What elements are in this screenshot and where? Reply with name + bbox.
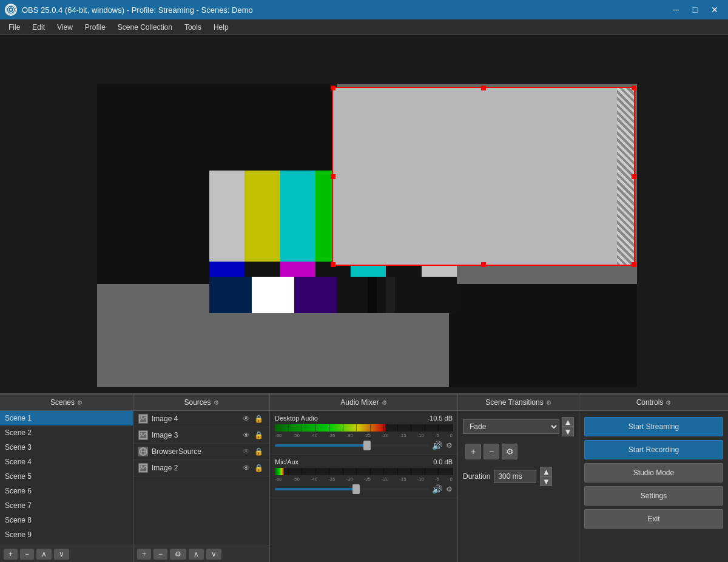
maximize-button[interactable]: □: [687, 4, 704, 16]
handle-mr[interactable]: [632, 174, 636, 179]
sources-remove-button[interactable]: −: [153, 549, 167, 560]
audio-mic-fader[interactable]: [275, 488, 428, 490]
audio-desktop-name: Desktop Audio: [275, 415, 318, 422]
source-eye-image3[interactable]: 👁: [241, 431, 251, 439]
exit-button[interactable]: Exit: [584, 509, 723, 529]
transition-add-button[interactable]: +: [465, 444, 481, 459]
audio-mic-mute-button[interactable]: 🔊: [432, 484, 442, 494]
scenes-add-button[interactable]: +: [4, 549, 18, 560]
transitions-dock-icon[interactable]: ⚙: [546, 399, 551, 406]
menu-edit[interactable]: Edit: [26, 21, 51, 33]
sources-dock-icon[interactable]: ⚙: [214, 399, 219, 406]
source-item-image4[interactable]: Image 4 👁 🔒: [133, 411, 269, 427]
scenes-remove-button[interactable]: −: [20, 549, 34, 560]
fader-fill: [275, 444, 370, 447]
title-bar-controls: ─ □ ✕: [667, 4, 723, 16]
settings-button[interactable]: Settings: [584, 486, 723, 506]
audio-dock-icon[interactable]: ⚙: [382, 399, 387, 406]
mic-fader-thumb[interactable]: [352, 484, 360, 494]
scenes-toolbar: + − ∧ ∨: [0, 546, 133, 562]
bar-cyan: [280, 171, 315, 262]
scene-item-7[interactable]: Scene 7: [0, 498, 133, 513]
scenes-dock-icon[interactable]: ⚙: [77, 399, 83, 406]
menu-profile[interactable]: Profile: [79, 21, 112, 33]
start-recording-button[interactable]: Start Recording: [584, 440, 723, 459]
preview-area: [0, 35, 728, 393]
audio-desktop-mute-button[interactable]: 🔊: [432, 441, 442, 450]
transition-spin-up[interactable]: ▲: [562, 417, 574, 427]
close-button[interactable]: ✕: [706, 4, 723, 16]
menu-scene-collection[interactable]: Scene Collection: [112, 21, 178, 33]
bar-magenta2: [280, 262, 315, 277]
scene-item-2[interactable]: Scene 2: [0, 425, 133, 440]
transition-settings-button[interactable]: ⚙: [502, 444, 517, 459]
scene-item-4[interactable]: Scene 4: [0, 455, 133, 469]
duration-spin-buttons: ▲ ▼: [540, 467, 552, 486]
scene-item-3[interactable]: Scene 3: [0, 440, 133, 455]
scenes-up-button[interactable]: ∧: [36, 549, 52, 560]
source-item-image3[interactable]: Image 3 👁 🔒: [133, 427, 269, 444]
scenes-down-button[interactable]: ∨: [54, 549, 69, 560]
menu-tools[interactable]: Tools: [178, 21, 207, 33]
source-icon-image2: [138, 463, 148, 473]
audio-desktop-settings-button[interactable]: ⚙: [446, 441, 453, 450]
sources-settings-button[interactable]: ⚙: [170, 549, 186, 560]
audio-desktop-fader[interactable]: [275, 444, 428, 447]
source-lock-image2[interactable]: 🔒: [253, 464, 265, 472]
handle-ml[interactable]: [331, 174, 335, 179]
source-controls-image3: 👁 🔒: [241, 431, 265, 439]
meter-tick-overlay: [275, 424, 453, 432]
handle-tr[interactable]: [632, 86, 636, 90]
scene-item-1[interactable]: Scene 1: [0, 411, 133, 425]
source-item-browser[interactable]: BrowserSource 👁 🔒: [133, 444, 269, 460]
source-eye-image4[interactable]: 👁: [241, 415, 251, 423]
source-controls-image4: 👁 🔒: [241, 415, 265, 423]
audio-mic-name: Mic/Aux: [275, 458, 298, 466]
source-lock-browser[interactable]: 🔒: [253, 447, 265, 456]
controls-dock-icon[interactable]: ⚙: [666, 399, 671, 406]
menu-view[interactable]: View: [51, 21, 79, 33]
source-eye-image2[interactable]: 👁: [241, 464, 251, 472]
duration-spin-up[interactable]: ▲: [540, 467, 552, 476]
menu-help[interactable]: Help: [207, 21, 235, 33]
scene-item-8[interactable]: Scene 8: [0, 513, 133, 527]
sources-panel-header: Sources ⚙: [133, 394, 269, 411]
transition-spin-buttons: ▲ ▼: [562, 417, 574, 436]
source-icon-image3: [138, 430, 148, 440]
handle-br[interactable]: [632, 262, 636, 267]
bar-black1: [244, 262, 280, 277]
handle-bl[interactable]: [331, 262, 335, 267]
scene-item-5[interactable]: Scene 5: [0, 469, 133, 484]
handle-tm[interactable]: [481, 86, 486, 90]
scene-item-6[interactable]: Scene 6: [0, 484, 133, 498]
duration-spin-down[interactable]: ▼: [540, 476, 552, 486]
handle-tl[interactable]: [331, 86, 335, 90]
start-streaming-button[interactable]: Start Streaming: [584, 417, 723, 436]
transition-spin-down[interactable]: ▼: [562, 427, 574, 436]
minimize-button[interactable]: ─: [667, 4, 684, 16]
source-item-image2[interactable]: Image 2 👁 🔒: [133, 460, 269, 476]
scenes-list: Scene 1 Scene 2 Scene 3 Scene 4 Scene 5 …: [0, 411, 133, 546]
studio-mode-button[interactable]: Studio Mode: [584, 463, 723, 482]
sources-list: Image 4 👁 🔒 Image 3 👁: [133, 411, 269, 546]
scene-item-9[interactable]: Scene 9: [0, 527, 133, 542]
transition-remove-button[interactable]: −: [484, 444, 499, 459]
source-lock-image3[interactable]: 🔒: [253, 431, 265, 439]
title-bar-left: OBS 25.0.4 (64-bit, windows) - Profile: …: [5, 4, 253, 16]
bar-black5: [377, 277, 386, 313]
handle-bm[interactable]: [481, 262, 486, 267]
menu-file[interactable]: File: [2, 21, 26, 33]
source-lock-image4[interactable]: 🔒: [253, 415, 265, 423]
sources-up-button[interactable]: ∧: [189, 549, 204, 560]
transitions-toolbar: + − ⚙: [463, 444, 574, 459]
source-eye-browser[interactable]: 👁: [241, 447, 251, 456]
transition-type-select[interactable]: Fade Cut Swipe Slide: [463, 419, 559, 434]
duration-input[interactable]: [494, 470, 536, 483]
sources-add-button[interactable]: +: [137, 549, 151, 560]
audio-channel-mic: Mic/Aux 0.0 dB -60-50-40-35-30-25-20-15-…: [270, 455, 457, 498]
source-gray-selected[interactable]: [332, 87, 635, 266]
fader-thumb[interactable]: [363, 441, 371, 450]
audio-mic-settings-button[interactable]: ⚙: [446, 485, 453, 493]
bar-white: [209, 171, 244, 262]
sources-down-button[interactable]: ∨: [206, 549, 221, 560]
